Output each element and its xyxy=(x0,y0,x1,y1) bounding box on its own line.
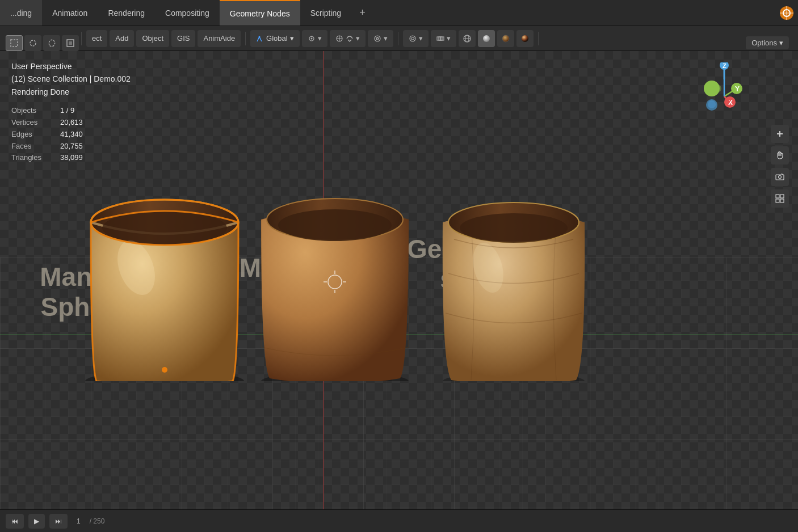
add-menu-btn[interactable]: Add xyxy=(110,30,134,47)
snapping-btn[interactable]: ▾ xyxy=(330,30,366,47)
cup-right-group xyxy=(443,202,585,381)
grid-btn[interactable] xyxy=(771,189,789,208)
svg-rect-68 xyxy=(776,195,779,198)
nav-item-scripting[interactable]: Scripting xyxy=(300,0,351,26)
select-icons-group xyxy=(6,35,79,51)
svg-rect-19 xyxy=(439,37,442,40)
top-nav-bar: ...ding Animation Rendering Compositing … xyxy=(0,0,798,26)
frame-end: / 250 xyxy=(90,517,105,525)
cup-left-group xyxy=(85,200,244,381)
svg-point-5 xyxy=(30,40,36,46)
proportional-edit-btn[interactable]: ▾ xyxy=(368,30,393,47)
viewport-3d[interactable]: User Perspective (12) Scene Collection |… xyxy=(0,51,798,509)
nav-item-compositing[interactable]: Compositing xyxy=(155,0,220,26)
svg-point-35 xyxy=(162,367,167,373)
bottom-bar: ⏮ ▶ ⏭ 1 / 250 xyxy=(0,509,798,532)
timeline-end-btn[interactable]: ⏭ xyxy=(49,514,68,529)
svg-rect-7 xyxy=(69,41,72,45)
svg-point-39 xyxy=(278,209,392,241)
object-menu-btn[interactable]: Object xyxy=(136,30,169,47)
viewport-shading-solid[interactable] xyxy=(478,30,495,47)
svg-rect-69 xyxy=(780,195,784,198)
tweak-select-btn[interactable] xyxy=(62,35,79,51)
timeline-play-btn[interactable]: ▶ xyxy=(28,514,45,529)
viewport-shading-render[interactable] xyxy=(516,30,534,47)
select-menu-btn[interactable]: ect xyxy=(86,30,107,47)
divider-3 xyxy=(398,32,398,45)
svg-text:X: X xyxy=(728,99,733,107)
svg-point-8 xyxy=(259,36,261,37)
zoom-in-btn[interactable] xyxy=(771,125,789,143)
svg-point-67 xyxy=(779,176,782,179)
divider-1 xyxy=(81,32,82,45)
circle-select-btn[interactable] xyxy=(24,35,41,51)
svg-rect-71 xyxy=(780,199,784,202)
nav-item-rendering[interactable]: Rendering xyxy=(98,0,155,26)
viewport-shading-wire[interactable] xyxy=(459,30,476,47)
pan-hand-btn[interactable] xyxy=(771,146,789,164)
viewport-shading-material[interactable] xyxy=(497,30,514,47)
animaide-menu-btn[interactable]: AnimAide xyxy=(198,30,241,47)
timeline-start-btn[interactable]: ⏮ xyxy=(6,514,24,529)
pivot-point-btn[interactable]: ▾ xyxy=(302,30,327,47)
cups-scene xyxy=(40,166,664,381)
svg-rect-70 xyxy=(776,199,779,202)
svg-point-14 xyxy=(375,36,380,41)
svg-point-62 xyxy=(708,100,716,108)
svg-text:Z: Z xyxy=(723,62,726,69)
svg-point-48 xyxy=(460,213,568,243)
svg-point-10 xyxy=(310,37,312,39)
nav-item-animation[interactable]: Animation xyxy=(42,0,98,26)
box-select-btn[interactable] xyxy=(6,35,23,51)
gis-menu-btn[interactable]: GIS xyxy=(171,30,195,47)
view-controls-btn[interactable]: ▾ xyxy=(403,30,429,47)
second-toolbar: ect Add Object GIS AnimAide Global ▾ ▾ xyxy=(0,26,798,51)
transform-orientation-btn[interactable]: Global ▾ xyxy=(250,30,300,47)
nav-item-geometry-nodes[interactable]: Geometry Nodes xyxy=(220,0,300,26)
nav-add-workspace[interactable]: + xyxy=(351,0,373,26)
options-btn[interactable]: Options ▾ xyxy=(746,36,789,49)
overlay-btn[interactable]: ▾ xyxy=(431,30,456,47)
cup-middle-group xyxy=(261,199,409,381)
divider-2 xyxy=(245,32,246,45)
viewport-gizmo[interactable]: Y X Z xyxy=(696,62,753,130)
nav-item-ding[interactable]: ...ding xyxy=(0,0,42,26)
svg-point-63 xyxy=(713,85,721,92)
svg-rect-4 xyxy=(11,40,18,47)
frame-current: 1 xyxy=(72,517,85,525)
svg-point-26 xyxy=(522,35,528,42)
divider-4 xyxy=(538,32,539,45)
lasso-select-btn[interactable] xyxy=(43,35,60,51)
svg-point-23 xyxy=(483,35,490,42)
blender-icon xyxy=(775,0,798,26)
right-toolbar xyxy=(771,125,789,208)
camera-btn[interactable] xyxy=(771,168,789,186)
